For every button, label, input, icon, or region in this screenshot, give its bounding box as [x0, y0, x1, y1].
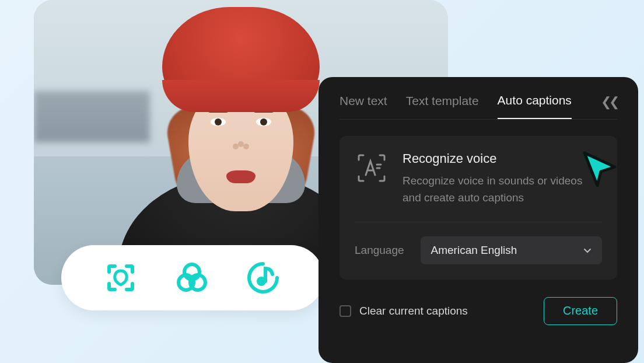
- language-label: Language: [355, 244, 404, 257]
- chevron-down-icon: [583, 246, 592, 254]
- tab-auto-captions[interactable]: Auto captions: [498, 93, 572, 119]
- tabs: New text Text template Auto captions ❮❮: [340, 93, 617, 120]
- cursor-icon: [579, 148, 621, 190]
- create-button[interactable]: Create: [544, 297, 617, 325]
- music-tool[interactable]: [244, 259, 282, 296]
- checkbox-icon: [340, 305, 351, 317]
- captions-panel: New text Text template Auto captions ❮❮ …: [318, 77, 638, 363]
- language-select[interactable]: American English: [421, 236, 602, 264]
- create-button-label: Create: [563, 304, 598, 317]
- filters-tool[interactable]: [173, 259, 211, 296]
- recognize-voice-icon: [355, 151, 388, 185]
- tab-text-template[interactable]: Text template: [406, 94, 479, 118]
- music-icon: [246, 260, 281, 295]
- tool-dock: [61, 245, 324, 310]
- collapse-icon[interactable]: ❮❮: [601, 95, 617, 110]
- language-value: American English: [431, 244, 517, 257]
- scan-icon: [104, 261, 137, 294]
- filters-icon: [174, 260, 209, 295]
- tab-new-text[interactable]: New text: [340, 94, 387, 118]
- card-title: Recognize voice: [402, 151, 602, 166]
- card-description: Recognize voice in sounds or videos and …: [402, 172, 602, 207]
- scan-tool[interactable]: [102, 259, 139, 296]
- recognize-card: Recognize voice Recognize voice in sound…: [340, 136, 617, 280]
- clear-captions-label: Clear current captions: [359, 305, 468, 317]
- clear-captions-checkbox[interactable]: Clear current captions: [340, 305, 468, 317]
